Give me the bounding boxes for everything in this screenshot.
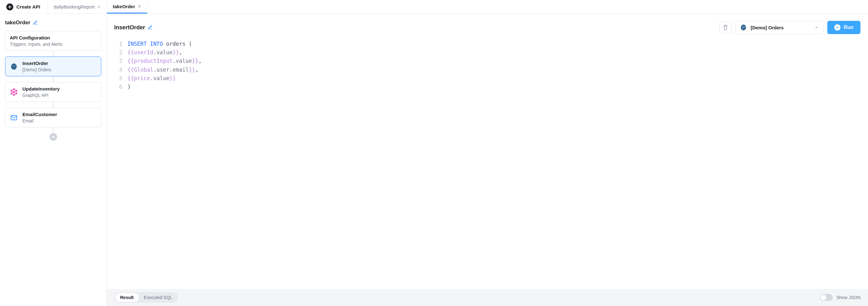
sidebar: takeOrder API Configuration Triggers, In… — [0, 14, 106, 306]
line-number: 2 — [114, 48, 122, 57]
line-number: 5 — [114, 74, 122, 83]
step-UpdateInventory[interactable]: UpdateInventoryGraphQL API — [5, 82, 101, 102]
show-json-label: Show JSON — [836, 295, 861, 300]
main-header: InsertOrder [Demo] Orders — [106, 14, 868, 34]
code-content: {{Global.user.email}}, — [127, 66, 198, 74]
line-number: 1 — [114, 40, 122, 48]
steps-list: InsertOrder[Demo] OrdersUpdateInventoryG… — [5, 51, 101, 133]
plus-icon — [6, 3, 13, 10]
api-config-subtitle: Triggers, Inputs, and Alerts — [10, 42, 96, 47]
create-api-button[interactable]: Create API — [6, 0, 48, 13]
edit-icon[interactable] — [148, 25, 153, 30]
svg-point-11 — [742, 27, 743, 27]
svg-point-3 — [13, 88, 14, 89]
step-EmailCustomer[interactable]: EmailCustomerEmail — [5, 108, 101, 127]
result-tab-executed-sql[interactable]: Executed SQL — [139, 293, 177, 302]
code-content: ) — [127, 83, 131, 91]
line-number: 4 — [114, 66, 122, 74]
edit-icon[interactable] — [33, 20, 38, 25]
main-panel: InsertOrder [Demo] Orders — [106, 14, 868, 306]
postgres-icon — [740, 24, 747, 31]
step-subtitle: [Demo] Orders — [22, 67, 52, 72]
step-name: EmailCustomer — [22, 112, 57, 117]
code-line: 5{{price.value}} — [114, 74, 861, 83]
connector — [5, 51, 101, 57]
svg-point-2 — [14, 66, 15, 66]
svg-point-4 — [13, 95, 14, 96]
tab-dailyBookingReport[interactable]: dailyBookingReport✕ — [48, 0, 107, 13]
close-icon[interactable]: ✕ — [97, 4, 101, 9]
code-content: {{productInput.value}}, — [127, 57, 202, 65]
code-editor[interactable]: 1INSERT INTO orders (2{{userId.value}},3… — [106, 34, 868, 289]
svg-point-12 — [744, 27, 745, 27]
code-content: {{price.value}} — [127, 74, 176, 83]
line-number: 6 — [114, 83, 122, 91]
api-title: takeOrder — [5, 20, 30, 26]
result-bar: ResultExecuted SQL Show JSON — [106, 289, 868, 306]
code-line: 1INSERT INTO orders ( — [114, 40, 861, 48]
run-button[interactable]: Run — [827, 21, 861, 34]
graphql-icon — [10, 88, 18, 96]
svg-point-0 — [11, 63, 17, 70]
code-line: 2{{userId.value}}, — [114, 48, 861, 57]
chevron-down-icon — [814, 25, 819, 30]
line-number: 3 — [114, 57, 122, 65]
step-InsertOrder[interactable]: InsertOrder[Demo] Orders — [5, 57, 101, 76]
step-name: InsertOrder — [22, 61, 52, 66]
delete-button[interactable] — [719, 22, 732, 33]
topbar: Create API dailyBookingReport✕takeOrder✕ — [0, 0, 868, 14]
svg-point-8 — [16, 93, 17, 94]
api-config-title: API Configuration — [10, 35, 96, 40]
api-title-row: takeOrder — [5, 20, 101, 26]
tab-takeOrder[interactable]: takeOrder✕ — [107, 0, 147, 13]
connector — [5, 76, 101, 82]
code-content: INSERT INTO orders ( — [127, 40, 192, 48]
code-line: 3{{productInput.value}}, — [114, 57, 861, 65]
svg-point-1 — [12, 66, 13, 66]
svg-point-6 — [16, 90, 17, 91]
email-icon — [10, 114, 18, 122]
step-subtitle: GraphQL API — [22, 93, 60, 98]
postgres-icon — [10, 62, 18, 71]
create-api-label: Create API — [17, 4, 40, 9]
datasource-select[interactable]: [Demo] Orders — [735, 21, 824, 34]
step-name: UpdateInventory — [22, 86, 60, 91]
code-line: 4{{Global.user.email}}, — [114, 66, 861, 74]
connector — [5, 102, 101, 108]
result-tab-result[interactable]: Result — [115, 293, 139, 302]
tab-label: takeOrder — [113, 4, 135, 9]
api-config-card[interactable]: API Configuration Triggers, Inputs, and … — [5, 31, 101, 51]
step-subtitle: Email — [22, 118, 57, 123]
connector — [5, 127, 101, 133]
result-tabs: ResultExecuted SQL — [114, 292, 178, 303]
show-json-toggle[interactable] — [820, 294, 833, 301]
svg-point-7 — [11, 93, 12, 94]
datasource-label: [Demo] Orders — [751, 25, 811, 30]
add-step-row — [5, 133, 101, 141]
play-icon — [834, 24, 841, 31]
step-title-row: InsertOrder — [114, 24, 153, 31]
close-icon[interactable]: ✕ — [137, 4, 141, 9]
step-title: InsertOrder — [114, 24, 145, 31]
add-step-button[interactable] — [50, 133, 57, 141]
tabs-list: dailyBookingReport✕takeOrder✕ — [48, 0, 147, 13]
run-label: Run — [844, 25, 854, 30]
code-content: {{userId.value}}, — [127, 48, 182, 57]
svg-point-5 — [11, 90, 12, 91]
tab-label: dailyBookingReport — [54, 4, 95, 9]
toggle-knob — [821, 295, 826, 300]
code-line: 6) — [114, 83, 861, 91]
